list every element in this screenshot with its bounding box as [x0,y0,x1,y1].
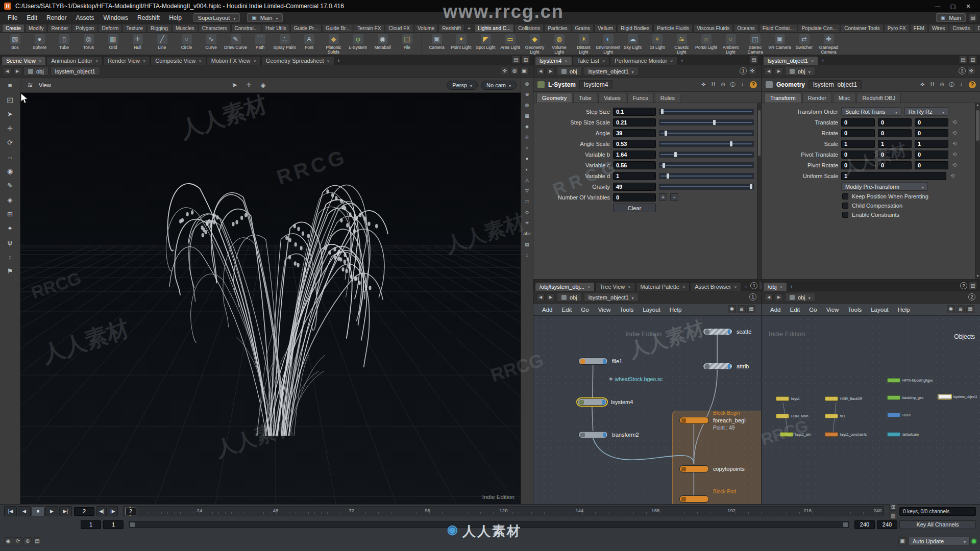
breadcrumb-root[interactable]: obj [785,293,815,302]
normals-icon[interactable]: ✳ [522,219,532,227]
display-flag[interactable] [602,400,605,405]
parm-action-icon[interactable]: ⟲ [952,162,957,168]
pane-split-icon[interactable]: ▤ [959,56,967,64]
node-lsystem-object1[interactable]: lsystem_object1 [938,394,977,399]
parameter-slider[interactable] [659,130,754,136]
shelf-tab[interactable]: Constrai... [231,24,262,32]
display-flag[interactable] [603,359,606,364]
shelf-tab[interactable]: Vellum [594,24,617,32]
shelf-tool-spot-light[interactable]: ◤ Spot Light [474,34,498,55]
playback-end-field[interactable]: 240 [854,520,875,529]
shelf-tool-curve[interactable]: ∿ Curve [199,34,223,55]
pane-tab[interactable]: Scene View [2,56,46,65]
parameter-value-field[interactable]: 0.21 [613,118,656,127]
add-pane-tab-button[interactable]: + [819,57,827,65]
parameter-slider[interactable] [659,184,754,190]
shelf-tool-font[interactable]: A Font [297,34,321,55]
desktop-grid-icon[interactable]: ▤ [969,14,977,22]
autokey-icon[interactable]: ◉ [4,537,12,545]
pane-tab[interactable]: /obj/lsystem_obj... [535,282,595,291]
parameter-slider[interactable] [659,152,754,158]
shelf-tab[interactable]: Lights and C... [474,24,514,32]
pane-tab[interactable]: Animation Editor [46,56,103,65]
shelf-tab[interactable]: Fluid Contai... [759,24,798,32]
frame-view-icon[interactable]: ⊕ [522,91,532,98]
shelf-tool-ambient-light[interactable]: ○ Ambient Light [719,34,743,55]
menu-item[interactable]: Redshift [133,13,164,22]
network-menu-item[interactable]: Edit [785,306,804,314]
file-path-link[interactable]: ✱wheatStock.bgeo.sc [609,376,663,382]
pane-tab[interactable]: /obj [763,282,787,291]
network-menu-item[interactable]: Add [537,306,557,314]
link-badge[interactable]: 2 [968,293,975,300]
cache-icon[interactable]: ▣ [898,537,906,545]
shelf-tool-volume-light[interactable]: ◍ Volume Light [547,34,571,55]
help-icon[interactable]: ? [750,81,757,88]
shelf-tool-sky-light[interactable]: ☁ Sky Light [621,34,645,55]
menu-item[interactable]: Assets [71,13,99,22]
range-start-grip[interactable] [130,522,135,527]
network-menu-item[interactable]: Go [576,306,593,314]
shelf-tool-camera[interactable]: ▣ Camera [425,34,449,55]
shelf-tab[interactable]: Texture [122,24,146,32]
add-pane-tab-button[interactable]: + [335,57,343,65]
pane-split-icon[interactable]: ▤ [750,56,758,64]
shelf-tool-tube[interactable]: ▯ Tube [52,34,76,55]
playback-start-field[interactable]: 1 [103,520,124,529]
select-mode-icon[interactable]: ➤ [229,80,240,90]
snap-tool-icon[interactable]: ◈ [5,194,16,205]
pane-tab[interactable]: Tree View [595,282,635,291]
translate-tool-icon[interactable]: ✛ [5,123,16,133]
pane-tab[interactable]: lsystem_object1 [763,56,818,65]
node-keys1[interactable]: keys1 [776,396,800,401]
back-icon[interactable]: ◀ [536,67,545,75]
node-block-end[interactable]: Block End [679,495,709,503]
network-menu-item[interactable]: Layout [638,306,665,314]
parameter-value-field[interactable]: 39 [613,129,656,137]
shelf-tab[interactable]: FEM [910,24,928,32]
shelf-tab[interactable]: Terrain FX [354,24,384,32]
pane-maximize-icon[interactable]: ⊞ [969,56,977,64]
menu-item[interactable]: Render [42,13,71,22]
align-tool-icon[interactable]: ⊞ [5,209,16,219]
go-start-button[interactable]: |◀ [4,506,17,516]
parameter-tab[interactable]: Redshift OBJ [856,93,901,103]
parameter-value-field[interactable]: 0.1 [613,108,656,116]
close-icon[interactable] [95,58,98,64]
edit-tool-icon[interactable]: ✎ [5,180,16,190]
checkbox[interactable] [842,212,848,218]
network-menu-item[interactable]: Help [893,306,915,314]
shelf-tab[interactable]: Guide Pr... [290,24,322,32]
parameter-value-field[interactable]: 0.56 [613,161,656,169]
multiparm-count-field[interactable]: 0 [613,193,656,202]
playback-range-slider[interactable] [129,521,849,528]
shelf-tab[interactable]: Create [2,24,24,32]
close-icon[interactable] [327,58,330,64]
grid-icon[interactable]: ▦ [966,305,974,313]
parameter-tab[interactable]: Geometry [536,93,572,103]
scroll-down-icon[interactable]: ▼ [975,274,980,279]
x-value-field[interactable]: 1 [841,140,875,148]
close-icon[interactable] [682,284,685,290]
shelf-tool-lsystem[interactable]: ψ L-System [346,34,370,55]
expand-icon[interactable]: ↕ [958,81,965,88]
parameter-slider[interactable] [659,141,754,147]
node-copytopoints[interactable]: copytopoints [679,465,709,472]
parameter-tab[interactable]: Misc [833,93,856,103]
breadcrumb-node[interactable]: lsystem_object1 [584,293,639,302]
engine-icon[interactable]: H [928,81,936,88]
flag-tool-icon[interactable]: ⚑ [5,266,16,276]
shelf-tab[interactable]: Drive Simula... [974,24,980,32]
clear-button[interactable]: Clear [613,204,656,212]
multiparm-add-button[interactable]: + [659,193,667,201]
loop-icon[interactable]: ⟳ [14,537,22,545]
add-pane-tab-button[interactable]: + [742,283,750,291]
shelf-tool-environment-light[interactable]: ◐ Environment Light [596,34,620,55]
close-button[interactable]: ✕ [961,1,976,11]
breadcrumb-root[interactable]: obj [557,293,582,302]
breadcrumb-node[interactable]: lsystem_object1 [51,67,100,76]
menu-item[interactable]: Edit [22,13,42,22]
parameter-tab[interactable]: Transform [765,93,801,103]
close-icon[interactable] [254,58,256,64]
display-flag[interactable] [728,364,730,369]
